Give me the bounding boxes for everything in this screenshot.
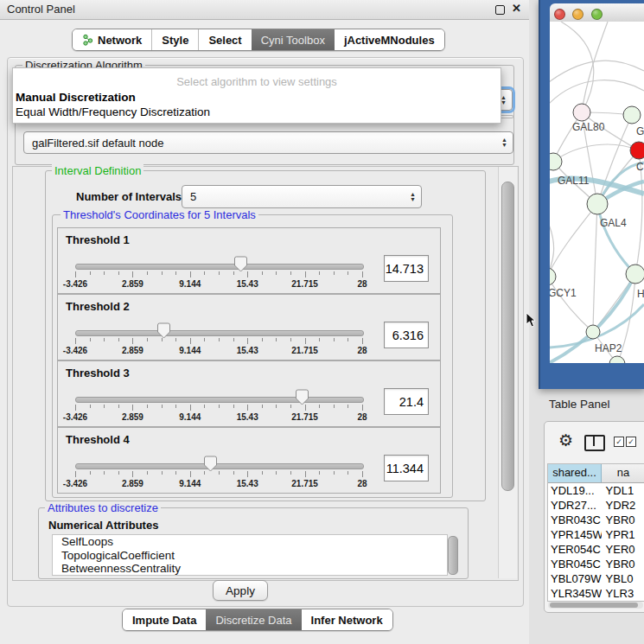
threshold-value-field[interactable]: 14.713 bbox=[384, 255, 429, 282]
network-edge-highlighted bbox=[597, 205, 635, 274]
tick-mark bbox=[334, 338, 335, 341]
tab-label: Discretize Data bbox=[215, 614, 291, 627]
threshold-slider-thumb[interactable] bbox=[296, 389, 309, 405]
attribute-item-betweennesscentrality[interactable]: BetweennessCentrality bbox=[53, 562, 447, 576]
threshold-slider-thumb[interactable] bbox=[234, 256, 247, 272]
table-row[interactable]: YBL079WYBL0 bbox=[548, 571, 644, 586]
number-of-intervals-combo[interactable]: 5 ▲▼ bbox=[182, 185, 422, 208]
tick-mark bbox=[190, 338, 191, 344]
network-node-gal11[interactable] bbox=[550, 153, 562, 170]
tab-top-cyni-toolbox[interactable]: Cyni Toolbox bbox=[252, 29, 335, 50]
attributes-scrollbar-thumb[interactable] bbox=[448, 536, 458, 575]
numerical-attributes-list[interactable]: SelfLoopsTopologicalCoefficientBetweenne… bbox=[52, 534, 448, 576]
threshold-slider-track[interactable] bbox=[75, 397, 364, 403]
threshold-value-field[interactable]: 11.344 bbox=[384, 455, 429, 481]
split-columns-icon[interactable] bbox=[584, 435, 605, 451]
tick-mark bbox=[290, 338, 291, 341]
tick-mark bbox=[262, 338, 263, 341]
gear-icon[interactable]: ⚙ bbox=[558, 430, 573, 450]
network-edge bbox=[561, 22, 594, 112]
tab-top-jactivemnodules[interactable]: jActiveMNodules bbox=[335, 29, 444, 50]
threshold-slider-thumb[interactable] bbox=[157, 322, 170, 339]
algorithm-dropdown-popup: Select algorithm to view settings Manual… bbox=[12, 67, 501, 124]
network-node-c[interactable] bbox=[630, 142, 644, 159]
apply-button[interactable]: Apply bbox=[213, 580, 268, 601]
tab-label: Cyni Toolbox bbox=[261, 34, 325, 47]
network-node-gal80[interactable] bbox=[573, 104, 590, 121]
tick-mark bbox=[362, 271, 363, 277]
table-row[interactable]: YER054CYER0 bbox=[548, 542, 644, 557]
tick-mark bbox=[276, 471, 277, 475]
tick-mark bbox=[219, 338, 220, 341]
horizontal-scrollbar-track[interactable] bbox=[548, 602, 643, 609]
threshold-slider-track[interactable] bbox=[75, 330, 364, 336]
table-row[interactable]: YDL19...YDL1 bbox=[548, 483, 644, 498]
table-rows: YDL19...YDL1YDR27...YDR2YBR043CYBR0YPR14… bbox=[548, 483, 644, 602]
tick-mark bbox=[204, 271, 205, 275]
tab-bottom-infer-network[interactable]: Infer Network bbox=[302, 609, 392, 630]
tick-mark bbox=[162, 338, 163, 341]
tab-top-style[interactable]: Style bbox=[151, 29, 198, 50]
table-row[interactable]: YLR345WYLR3 bbox=[548, 586, 644, 601]
checkbox-icon[interactable]: ✓ bbox=[614, 437, 624, 447]
axis-tick-label: 15.43 bbox=[237, 279, 258, 289]
attribute-item-topologicalcoefficient[interactable]: TopologicalCoefficient bbox=[53, 549, 447, 563]
network-node-h[interactable] bbox=[626, 265, 644, 284]
threshold-slider-thumb[interactable] bbox=[204, 456, 217, 472]
threshold-value-field[interactable]: 21.4 bbox=[384, 388, 429, 415]
table-row[interactable]: YBR043CYBR0 bbox=[548, 513, 644, 527]
axis-tick-label: 21.715 bbox=[291, 412, 318, 422]
close-light[interactable] bbox=[554, 9, 565, 20]
threshold-value-field[interactable]: 6.316 bbox=[384, 322, 429, 348]
tick-mark bbox=[162, 271, 163, 275]
tick-mark bbox=[362, 471, 363, 477]
tick-mark bbox=[305, 271, 306, 277]
tab-top-network[interactable]: Network bbox=[73, 29, 151, 50]
network-graph: GAL80GACGAL11GAL4GCY1HHAP2 bbox=[550, 22, 644, 363]
network-edge bbox=[550, 204, 597, 277]
cell-name: YDL1 bbox=[602, 483, 644, 498]
network-node-label: GAL80 bbox=[572, 121, 605, 133]
attribute-item-selfloops[interactable]: SelfLoops bbox=[53, 535, 447, 549]
column-header-shared[interactable]: shared... bbox=[548, 464, 602, 482]
close-window-icon[interactable]: ✕ bbox=[512, 2, 521, 15]
algorithm-option-manual-discretization[interactable]: Manual Discretization bbox=[16, 91, 136, 104]
algorithm-option-equal-width-frequency-discretization[interactable]: Equal Width/Frequency Discretization bbox=[16, 105, 210, 118]
table-row[interactable]: YBR045CYBR0 bbox=[548, 557, 644, 571]
network-node-hap2[interactable] bbox=[586, 325, 600, 339]
vertical-scrollbar-thumb[interactable] bbox=[501, 182, 514, 491]
threshold-label: Threshold 3 bbox=[66, 367, 130, 379]
tab-label: Network bbox=[98, 34, 142, 47]
table-row[interactable]: YPR145WYPR1 bbox=[548, 527, 644, 542]
threshold-slider-track[interactable] bbox=[75, 264, 364, 270]
table-row[interactable]: YDR27...YDR2 bbox=[548, 498, 644, 513]
float-window-icon[interactable] bbox=[495, 5, 505, 15]
tab-top-select[interactable]: Select bbox=[198, 29, 251, 50]
tick-mark bbox=[334, 271, 335, 275]
tick-mark bbox=[362, 405, 363, 411]
threshold-slider-track[interactable] bbox=[75, 463, 364, 469]
network-node-gcy1[interactable] bbox=[550, 268, 556, 285]
axis-tick-label: 15.43 bbox=[237, 412, 258, 422]
node-attribute-table[interactable]: shared... na YDL19...YDL1YDR27...YDR2YBR… bbox=[547, 463, 644, 602]
tick-mark bbox=[334, 405, 335, 408]
vertical-scrollbar-track[interactable] bbox=[498, 167, 517, 578]
minimize-light[interactable] bbox=[572, 9, 583, 20]
cell-name: YBR0 bbox=[602, 557, 644, 571]
network-canvas[interactable]: GAL80GACGAL11GAL4GCY1HHAP2 bbox=[550, 22, 644, 363]
network-node-ga[interactable] bbox=[623, 106, 641, 124]
checkbox-icon[interactable]: ✓ bbox=[626, 437, 636, 447]
axis-tick-label: 2.859 bbox=[122, 346, 143, 355]
network-node-gal4[interactable] bbox=[587, 194, 608, 214]
network-node-label: C bbox=[636, 161, 644, 173]
network-node-label: GAL11 bbox=[558, 175, 590, 187]
tick-mark bbox=[319, 271, 320, 275]
zoom-light[interactable] bbox=[591, 9, 603, 20]
tab-bottom-impute-data[interactable]: Impute Data bbox=[123, 609, 206, 630]
table-data-combo[interactable]: galFiltered.sif default node ▲▼ bbox=[23, 131, 513, 154]
column-header-name[interactable]: na bbox=[602, 464, 644, 482]
tab-bottom-discretize-data[interactable]: Discretize Data bbox=[206, 609, 301, 630]
tick-mark bbox=[348, 338, 348, 341]
horizontal-scrollbar-thumb[interactable] bbox=[550, 603, 638, 608]
tick-mark bbox=[75, 338, 76, 344]
